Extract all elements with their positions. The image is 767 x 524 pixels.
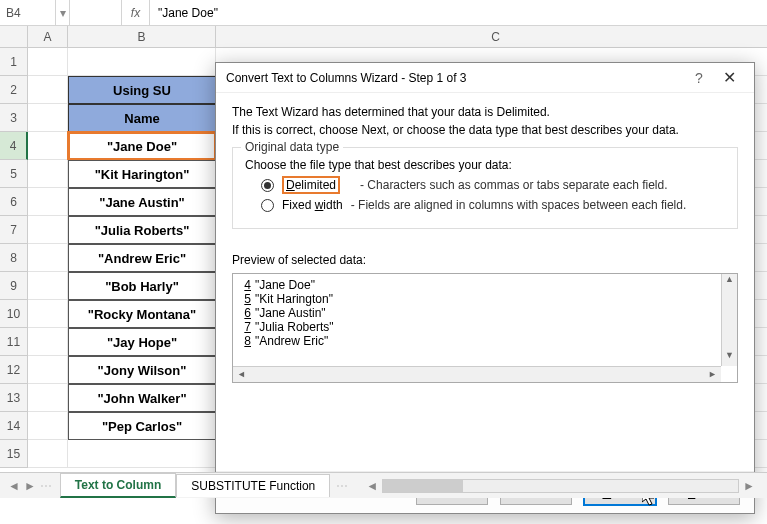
cell[interactable] [68,440,216,468]
cell[interactable] [28,188,68,216]
preview-horizontal-scrollbar[interactable]: ◄ ► [233,366,721,382]
row-header[interactable]: 14 [0,412,28,440]
cell[interactable] [28,328,68,356]
cell[interactable]: "John Walker" [68,384,216,412]
cell[interactable] [28,384,68,412]
sheet-tabs-bar: ◄ ► ⋯ Text to Column SUBSTITUTE Function… [0,472,767,498]
scroll-down-icon[interactable]: ▼ [722,350,737,366]
preview-row: 5"Kit Harington" [239,292,715,306]
preview-row: 8"Andrew Eric" [239,334,715,348]
dialog-title: Convert Text to Columns Wizard - Step 1 … [226,71,684,85]
preview-label: Preview of selected data: [232,253,738,267]
tab-text-to-column[interactable]: Text to Column [60,473,176,498]
name-box[interactable]: B4 [0,0,56,25]
cell[interactable] [28,300,68,328]
cell[interactable]: "Rocky Montana" [68,300,216,328]
row-header[interactable]: 10 [0,300,28,328]
radio-delimited-label[interactable]: Delimited [282,176,340,194]
cell[interactable]: "Julia Roberts" [68,216,216,244]
tab-substitute-function[interactable]: SUBSTITUTE Function [176,474,330,497]
cell[interactable]: "Jony Wilson" [68,356,216,384]
radio-fixed-width-label[interactable]: Fixed width [282,198,343,212]
horizontal-scrollbar[interactable] [382,479,739,493]
cell[interactable]: Using SU [68,76,216,104]
radio-delimited[interactable] [261,179,274,192]
radio-fixed-width[interactable] [261,199,274,212]
cell[interactable]: "Jay Hope" [68,328,216,356]
scroll-left-icon[interactable]: ◄ [233,367,250,382]
scroll-right-icon[interactable]: ► [704,367,721,382]
cell[interactable]: "Pep Carlos" [68,412,216,440]
preview-row: 6"Jane Austin" [239,306,715,320]
row-header[interactable]: 15 [0,440,28,468]
choose-label: Choose the file type that best describes… [245,158,725,172]
cell[interactable] [28,216,68,244]
hscroll-left-icon[interactable]: ◄ [362,479,382,493]
column-header-c[interactable]: C [216,26,767,48]
cell[interactable] [68,48,216,76]
name-box-dropdown[interactable]: ▾ [56,0,70,25]
help-icon[interactable]: ? [684,70,714,86]
radio-fixed-width-desc: - Fields are aligned in columns with spa… [351,198,687,212]
close-icon[interactable]: ✕ [714,68,744,87]
scroll-up-icon[interactable]: ▲ [722,274,737,290]
formula-bar-value[interactable]: "Jane Doe" [150,6,767,20]
row-header[interactable]: 8 [0,244,28,272]
tab-nav-prev-icon[interactable]: ◄ [8,479,20,493]
hscroll-right-icon[interactable]: ► [739,479,759,493]
column-header-b[interactable]: B [68,26,216,48]
dialog-intro-2: If this is correct, choose Next, or choo… [232,123,738,137]
tab-nav-next-icon[interactable]: ► [24,479,36,493]
formula-bar: B4 ▾ fx "Jane Doe" [0,0,767,26]
row-header[interactable]: 2 [0,76,28,104]
text-to-columns-dialog: Convert Text to Columns Wizard - Step 1 … [215,62,755,514]
fieldset-label: Original data type [241,140,343,154]
select-all-corner[interactable] [0,26,28,48]
cell[interactable] [28,356,68,384]
cell[interactable] [28,132,68,160]
radio-delimited-desc: - Characters such as commas or tabs sepa… [360,178,667,192]
row-header[interactable]: 1 [0,48,28,76]
cell[interactable]: "Andrew Eric" [68,244,216,272]
row-header[interactable]: 4 [0,132,28,160]
preview-row: 7"Julia Roberts" [239,320,715,334]
cell[interactable]: "Kit Harington" [68,160,216,188]
cell[interactable] [28,48,68,76]
cell[interactable] [28,160,68,188]
cell[interactable]: "Jane Austin" [68,188,216,216]
fx-icon[interactable]: fx [122,0,150,25]
dialog-titlebar[interactable]: Convert Text to Columns Wizard - Step 1 … [216,63,754,93]
row-header[interactable]: 3 [0,104,28,132]
preview-row: 4"Jane Doe" [239,278,715,292]
row-header[interactable]: 9 [0,272,28,300]
cell[interactable] [28,104,68,132]
dialog-intro-1: The Text Wizard has determined that your… [232,105,738,119]
cell[interactable]: "Bob Harly" [68,272,216,300]
cell[interactable]: "Jane Doe" [68,132,216,160]
row-header[interactable]: 7 [0,216,28,244]
cell[interactable] [28,412,68,440]
preview-vertical-scrollbar[interactable]: ▲ ▼ [721,274,737,366]
row-header[interactable]: 12 [0,356,28,384]
cell[interactable] [28,76,68,104]
cell[interactable] [28,244,68,272]
row-header[interactable]: 11 [0,328,28,356]
formula-bar-gap [70,0,122,25]
column-header-a[interactable]: A [28,26,68,48]
cell[interactable] [28,272,68,300]
row-header[interactable]: 6 [0,188,28,216]
preview-box: 4"Jane Doe"5"Kit Harington"6"Jane Austin… [232,273,738,383]
cell[interactable] [28,440,68,468]
row-header[interactable]: 13 [0,384,28,412]
cell[interactable]: Name [68,104,216,132]
row-header[interactable]: 5 [0,160,28,188]
